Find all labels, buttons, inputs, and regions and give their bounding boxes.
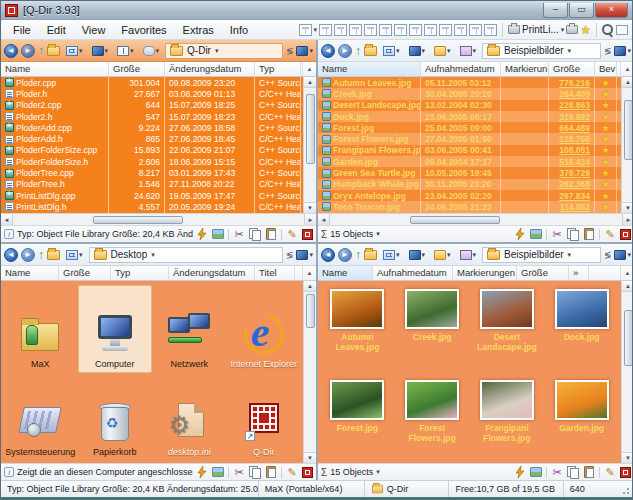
chevron-down-icon[interactable]: ▾ bbox=[376, 468, 380, 476]
column-header-titel[interactable]: Titel bbox=[255, 266, 295, 280]
column-header-typ[interactable]: Typ bbox=[111, 266, 169, 280]
vertical-scrollbar[interactable]: ▲▼ bbox=[621, 77, 633, 213]
display-dropdown[interactable]: ▾ bbox=[406, 44, 429, 58]
wallpaper-icon[interactable] bbox=[530, 229, 542, 239]
scroll-up-icon[interactable]: ▲ bbox=[304, 77, 316, 88]
table-row[interactable]: Garden.jpg09.04.2004 17:17516.424★ bbox=[318, 156, 621, 167]
table-row[interactable]: Ploder2.cpp64415.07.2009 18:25C++ Source bbox=[1, 100, 303, 111]
scroll-down-icon[interactable]: ▼ bbox=[622, 202, 633, 213]
bottom-left-address[interactable]: Desktop▾ bbox=[89, 247, 283, 263]
table-row[interactable]: Humpback Whale.jpg30.11.2005 23:20262.36… bbox=[318, 179, 621, 190]
table-row[interactable]: Creek.jpg30.04.2005 20:20264.409★ bbox=[318, 88, 621, 99]
layout-7-icon[interactable] bbox=[409, 24, 422, 36]
minimize-button[interactable]: – bbox=[543, 3, 568, 18]
wallpaper-icon[interactable] bbox=[212, 467, 224, 477]
view-grid-dropdown[interactable]: ▾ bbox=[63, 44, 86, 58]
layout-4-icon[interactable] bbox=[364, 24, 377, 36]
bottom-right-address[interactable]: Beispielbilder▾ bbox=[482, 247, 601, 263]
copy-icon[interactable] bbox=[567, 466, 579, 478]
chevron-down-icon[interactable]: ▾ bbox=[376, 230, 380, 238]
rename-icon[interactable]: ✎ bbox=[604, 466, 616, 478]
desktop-icon-network[interactable]: Netzwerk bbox=[152, 285, 227, 373]
layout-10-icon[interactable] bbox=[454, 24, 467, 36]
apps-dropdown[interactable]: ▾ bbox=[457, 44, 480, 58]
copy-icon[interactable] bbox=[567, 228, 579, 240]
scroll-top-icon[interactable]: ▲ bbox=[620, 62, 633, 76]
table-row[interactable]: Green Sea Turtle.jpg10.05.2005 19:45378.… bbox=[318, 167, 621, 178]
view-grid-dropdown[interactable]: ▾ bbox=[380, 248, 403, 262]
table-row[interactable]: PrintListDlg.cpp24.62019.05.2009 17:47C+… bbox=[1, 190, 303, 201]
new-folder-icon[interactable] bbox=[364, 46, 377, 56]
horizontal-scrollbar[interactable]: ◄► bbox=[318, 213, 633, 225]
display-dropdown[interactable]: ▾ bbox=[89, 44, 112, 58]
window-layout-icon[interactable] bbox=[616, 25, 628, 35]
thumbnail-item[interactable]: Forest.jpg bbox=[320, 380, 395, 463]
table-row[interactable]: PloderFolderSize.h2.60618.06.2009 15:15C… bbox=[1, 156, 303, 167]
paste-icon[interactable] bbox=[583, 228, 595, 240]
desktop-icon-control-panel[interactable]: Systemsteuerung bbox=[3, 373, 78, 461]
scrollbar-thumb[interactable] bbox=[624, 100, 633, 160]
menu-item-favorites[interactable]: Favorites bbox=[113, 22, 174, 38]
layout-9-icon[interactable] bbox=[439, 24, 452, 36]
desktop-icon-ie[interactable]: eInternet Explorer bbox=[227, 285, 302, 373]
paste-icon[interactable] bbox=[583, 466, 595, 478]
column-header-typ[interactable]: Typ bbox=[255, 62, 301, 76]
pane-select-button[interactable]: ▾ bbox=[614, 46, 631, 56]
back-icon[interactable]: ◄ bbox=[321, 44, 335, 58]
scroll-left-icon[interactable]: ◄ bbox=[1, 214, 13, 225]
pane-select-button[interactable]: ▾ bbox=[614, 250, 631, 260]
layout-11-icon[interactable] bbox=[469, 24, 482, 36]
layout-8-icon[interactable] bbox=[424, 24, 437, 36]
copy-icon[interactable] bbox=[249, 228, 261, 240]
up-icon[interactable]: ↑ bbox=[38, 249, 44, 261]
column-header-aufnahmedatum[interactable]: Aufnahmedatum bbox=[373, 266, 453, 280]
vertical-scrollbar[interactable]: ▲▼ bbox=[621, 281, 633, 463]
scrollbar-thumb[interactable] bbox=[306, 294, 315, 328]
column-header-markierungen[interactable]: Markierungen bbox=[453, 266, 517, 280]
scroll-top-icon[interactable]: ▲ bbox=[302, 62, 316, 76]
splitter-toggle-icon[interactable]: ≶ bbox=[286, 250, 294, 260]
view-grid-dropdown[interactable]: ▾ bbox=[63, 248, 86, 262]
wallpaper-icon[interactable] bbox=[212, 229, 224, 239]
scrollbar-thumb[interactable] bbox=[410, 216, 500, 224]
forward-icon[interactable]: ► bbox=[338, 44, 352, 58]
menu-item-info[interactable]: Info bbox=[222, 22, 256, 38]
run-icon[interactable] bbox=[514, 228, 526, 240]
desktop-icon-recycle-bin[interactable]: ♻Papierkorb bbox=[78, 373, 153, 461]
scroll-right-icon[interactable]: ► bbox=[304, 214, 316, 225]
forward-icon[interactable]: ► bbox=[21, 44, 35, 58]
vertical-scrollbar[interactable]: ▲▼ bbox=[303, 77, 316, 213]
new-folder-icon[interactable] bbox=[47, 250, 60, 260]
qdir-logo-icon[interactable] bbox=[620, 229, 631, 240]
table-row[interactable]: Forest Flowers.jpg27.04.2005 01:50128.75… bbox=[318, 133, 621, 144]
table-row[interactable]: PloderTree.cpp8.21703.01.2009 17:43C++ S… bbox=[1, 167, 303, 178]
search-icon[interactable] bbox=[602, 24, 614, 36]
thumbnail-item[interactable]: Forest Flowers.jpg bbox=[395, 380, 470, 463]
back-icon[interactable]: ◄ bbox=[321, 248, 335, 262]
menu-item-extras[interactable]: Extras bbox=[175, 22, 222, 38]
table-row[interactable]: Autumn Leaves.jpg05.11.2005 03:12776.216… bbox=[318, 77, 621, 88]
table-row[interactable]: PloderFolderSize.cpp15.89322.06.2009 21:… bbox=[1, 145, 303, 156]
close-button[interactable]: × bbox=[595, 3, 628, 18]
pane-select-button[interactable]: ▾ bbox=[296, 250, 313, 260]
layout-1-icon[interactable] bbox=[319, 24, 332, 36]
table-row[interactable]: PloderAdd.h86527.06.2009 18:45C/C++ Head… bbox=[1, 133, 303, 144]
maximize-button[interactable]: ▭ bbox=[569, 3, 594, 18]
table-row[interactable]: Oryx Antelope.jpg23.04.2005 02:20297.834… bbox=[318, 190, 621, 201]
scroll-down-icon[interactable]: ▼ bbox=[622, 452, 633, 463]
desktop-icon-ini-file[interactable]: ⚙desktop.ini bbox=[152, 373, 227, 461]
thumbnail-item[interactable]: Dock.jpg bbox=[544, 289, 619, 380]
table-row[interactable]: Ploder2.h54715.07.2009 18:23C/C++ Header bbox=[1, 111, 303, 122]
paste-icon[interactable] bbox=[265, 466, 277, 478]
column-header-name[interactable]: Name bbox=[318, 266, 373, 280]
column-header-gre[interactable]: Größe bbox=[517, 266, 569, 280]
cut-icon[interactable]: ✂ bbox=[551, 466, 563, 478]
cut-icon[interactable]: ✂ bbox=[233, 466, 245, 478]
table-row[interactable]: Dock.jpg23.06.2005 05:17316.892★ bbox=[318, 111, 621, 122]
back-icon[interactable]: ◄ bbox=[4, 44, 18, 58]
scrollbar-thumb[interactable] bbox=[93, 216, 183, 224]
splitter-toggle-icon[interactable]: ≶ bbox=[604, 46, 612, 56]
paste-icon[interactable] bbox=[265, 228, 277, 240]
cut-icon[interactable]: ✂ bbox=[551, 228, 563, 240]
table-row[interactable]: PloderTree.h1.54627.11.2008 20:22C/C++ H… bbox=[1, 179, 303, 190]
